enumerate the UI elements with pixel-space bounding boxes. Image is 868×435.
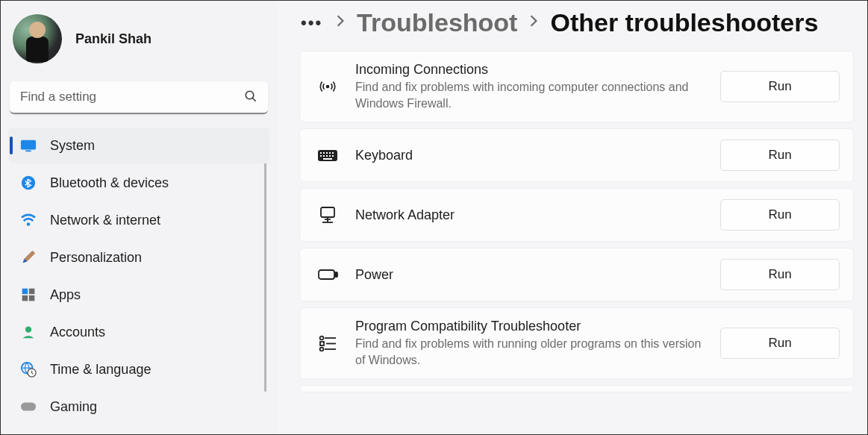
sidebar-item-label: System: [50, 138, 95, 154]
breadcrumb: ••• Troubleshoot Other troubleshooters: [299, 8, 854, 37]
troubleshooter-incoming-connections: Incoming Connections Find and fix proble…: [299, 51, 854, 122]
sidebar-item-network[interactable]: Network & internet: [8, 202, 269, 238]
avatar: [13, 14, 62, 63]
svg-rect-9: [29, 295, 35, 301]
sidebar-item-bluetooth[interactable]: Bluetooth & devices: [8, 165, 269, 201]
search-icon: [244, 90, 257, 106]
sidebar-item-label: Accounts: [50, 325, 105, 340]
wifi-icon: [20, 212, 37, 228]
svg-point-14: [327, 86, 329, 88]
troubleshooter-partial: [299, 385, 854, 392]
svg-rect-13: [21, 403, 36, 411]
sidebar-item-gaming[interactable]: Gaming: [8, 389, 269, 425]
chevron-right-icon: [336, 14, 345, 31]
svg-rect-17: [323, 152, 325, 154]
sidebar-item-system[interactable]: System: [8, 128, 269, 163]
sidebar-nav: System Bluetooth & devices Network & int…: [8, 128, 269, 425]
search-wrap: [10, 81, 268, 114]
troubleshooter-title: Power: [355, 267, 704, 283]
user-profile[interactable]: Pankil Shah: [8, 10, 269, 75]
svg-rect-25: [332, 155, 334, 157]
troubleshooter-title: Program Compatibility Troubleshooter: [355, 319, 704, 334]
sidebar: Pankil Shah System Bluetooth & devices: [1, 1, 277, 434]
svg-rect-21: [320, 155, 322, 157]
troubleshooter-power: Power Run: [299, 248, 854, 301]
svg-rect-32: [335, 272, 337, 277]
breadcrumb-overflow-button[interactable]: •••: [299, 10, 324, 36]
svg-rect-27: [321, 207, 334, 217]
person-icon: [20, 324, 37, 340]
svg-point-37: [320, 348, 324, 351]
svg-point-0: [246, 91, 254, 99]
troubleshooter-keyboard: Keyboard Run: [299, 128, 854, 182]
search-input[interactable]: [10, 81, 268, 114]
brush-icon: [20, 249, 37, 266]
page-title: Other troubleshooters: [550, 8, 818, 37]
svg-rect-8: [22, 295, 28, 301]
sidebar-item-accounts[interactable]: Accounts: [8, 314, 269, 350]
troubleshooter-title: Incoming Connections: [355, 62, 704, 78]
sidebar-item-label: Gaming: [50, 399, 97, 415]
svg-rect-2: [21, 140, 36, 150]
svg-rect-19: [329, 152, 331, 154]
svg-point-5: [27, 222, 31, 226]
battery-icon: [316, 269, 339, 281]
bluetooth-icon: [20, 175, 37, 191]
svg-point-33: [320, 337, 324, 340]
chevron-right-icon: [529, 14, 538, 31]
sidebar-item-apps[interactable]: Apps: [8, 277, 269, 313]
svg-rect-7: [29, 289, 35, 295]
svg-line-1: [252, 98, 256, 101]
sidebar-item-label: Time & language: [50, 362, 151, 378]
sidebar-item-label: Bluetooth & devices: [50, 175, 169, 191]
gamepad-icon: [20, 398, 37, 415]
globe-clock-icon: [20, 361, 37, 378]
troubleshooter-desc: Find and fix problems with running older…: [355, 336, 704, 368]
svg-rect-18: [326, 152, 328, 154]
run-button[interactable]: Run: [720, 140, 840, 171]
troubleshooter-title: Network Adapter: [355, 207, 704, 223]
compat-icon: [316, 335, 339, 351]
sidebar-item-label: Network & internet: [50, 213, 160, 228]
svg-rect-24: [329, 155, 331, 157]
broadcast-icon: [316, 78, 339, 95]
svg-rect-35: [320, 342, 324, 345]
sidebar-item-label: Personalization: [50, 250, 142, 266]
sidebar-item-label: Apps: [50, 287, 81, 303]
svg-rect-16: [320, 152, 322, 154]
troubleshooter-network-adapter: Network Adapter Run: [299, 188, 854, 242]
run-button[interactable]: Run: [720, 328, 840, 359]
run-button[interactable]: Run: [720, 71, 840, 102]
sidebar-item-personalization[interactable]: Personalization: [8, 240, 269, 275]
svg-point-10: [25, 327, 31, 333]
troubleshooter-list: Incoming Connections Find and fix proble…: [299, 51, 854, 392]
svg-rect-22: [323, 155, 325, 157]
troubleshooter-program-compatibility: Program Compatibility Troubleshooter Fin…: [299, 307, 854, 379]
breadcrumb-parent[interactable]: Troubleshoot: [357, 8, 517, 37]
troubleshooter-title: Keyboard: [355, 148, 704, 163]
sidebar-item-time-language[interactable]: Time & language: [8, 351, 269, 387]
network-adapter-icon: [316, 206, 339, 224]
run-button[interactable]: Run: [720, 259, 840, 290]
svg-rect-31: [319, 270, 334, 279]
troubleshooter-desc: Find and fix problems with incoming comp…: [355, 79, 704, 111]
apps-icon: [20, 287, 37, 303]
svg-rect-6: [22, 289, 28, 295]
svg-rect-23: [326, 155, 328, 157]
svg-rect-20: [332, 152, 334, 154]
svg-rect-26: [323, 158, 332, 160]
main-content: ••• Troubleshoot Other troubleshooters I…: [277, 1, 867, 434]
run-button[interactable]: Run: [720, 199, 840, 231]
user-name: Pankil Shah: [75, 31, 152, 47]
svg-rect-3: [25, 150, 31, 151]
keyboard-icon: [316, 148, 339, 163]
monitor-icon: [20, 137, 37, 154]
